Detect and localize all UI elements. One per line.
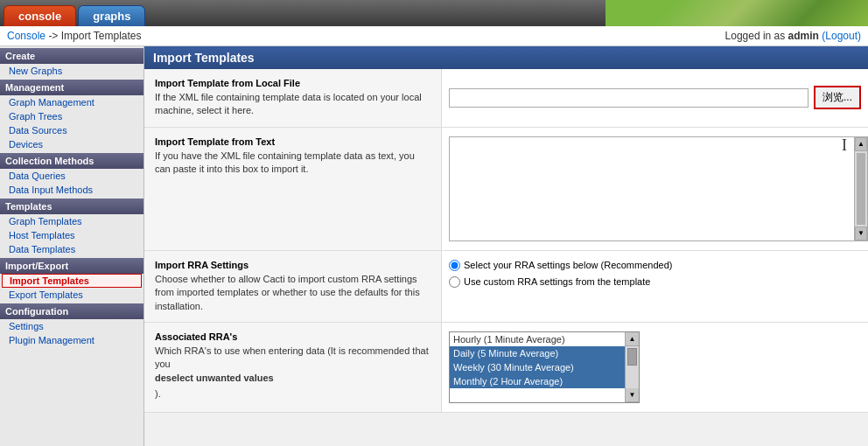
sidebar-header-configuration: Configuration: [0, 303, 144, 319]
sidebar-header-import-export: Import/Export: [0, 258, 144, 274]
sidebar-item-data-templates[interactable]: Data Templates: [0, 242, 144, 256]
browse-button[interactable]: 浏览...: [814, 86, 861, 109]
textarea-scrollbar[interactable]: ▲ ▼: [854, 136, 868, 241]
radio-custom-label: Use custom RRA settings from the templat…: [464, 276, 650, 287]
auth-username: admin: [788, 30, 819, 42]
local-file-label: Import Template from Local File: [155, 78, 430, 88]
associated-rra-label-col: Associated RRA's Which RRA's to use when…: [144, 323, 442, 412]
template-text-input[interactable]: [449, 136, 854, 241]
main-layout: Create New Graphs Management Graph Manag…: [0, 46, 868, 446]
from-text-row: Import Template from Text If you have th…: [144, 128, 868, 251]
rra-radio-custom[interactable]: Use custom RRA settings from the templat…: [449, 276, 650, 288]
breadcrumb-separator: ->: [48, 30, 60, 42]
top-navigation: console graphs: [0, 0, 868, 26]
textarea-wrapper: ▲ ▼: [449, 136, 868, 241]
page-title: Import Templates: [153, 51, 255, 65]
sidebar-item-host-templates[interactable]: Host Templates: [0, 228, 144, 242]
rra-settings-row: Import RRA Settings Choose whether to al…: [144, 251, 868, 323]
sidebar-header-collection-methods: Collection Methods: [0, 153, 144, 169]
console-tab-label: console: [18, 10, 61, 23]
list-scroll-thumb[interactable]: [627, 348, 637, 366]
rra-list-scrollbar[interactable]: ▲ ▼: [625, 332, 639, 402]
associated-rra-control-col: Hourly (1 Minute Average) Daily (5 Minut…: [442, 323, 868, 412]
local-file-row: Import Template from Local File If the X…: [144, 69, 868, 128]
tab-console[interactable]: console: [4, 5, 76, 26]
rra-settings-description: Choose whether to allow Cacti to import …: [155, 273, 430, 313]
local-file-description: If the XML file containing template data…: [155, 91, 430, 118]
breadcrumb: Console -> Import Templates: [7, 30, 142, 42]
sidebar-header-management: Management: [0, 80, 144, 95]
sidebar-header-templates: Templates: [0, 199, 144, 214]
rra-option-monthly[interactable]: Monthly (2 Hour Average): [450, 374, 625, 388]
rra-list-wrapper: Hourly (1 Minute Average) Daily (5 Minut…: [449, 331, 640, 403]
list-scroll-down[interactable]: ▼: [626, 388, 639, 402]
radio-recommended-label: Select your RRA settings below (Recommen…: [464, 260, 672, 270]
breadcrumb-console-link[interactable]: Console: [7, 30, 46, 42]
list-scroll-track: [626, 346, 639, 388]
scroll-down-arrow[interactable]: ▼: [855, 226, 867, 240]
sidebar-item-data-sources[interactable]: Data Sources: [0, 123, 144, 137]
from-text-control-col: ▲ ▼ I: [442, 128, 868, 250]
breadcrumb-current: Import Templates: [61, 30, 142, 42]
local-file-label-col: Import Template from Local File If the X…: [144, 69, 442, 127]
breadcrumb-bar: Console -> Import Templates Logged in as…: [0, 26, 868, 46]
rra-settings-label: Import RRA Settings: [155, 260, 430, 270]
from-text-description: If you have the XML file containing temp…: [155, 150, 430, 177]
sidebar-item-data-input-methods[interactable]: Data Input Methods: [0, 183, 144, 197]
sidebar-item-plugin-management[interactable]: Plugin Management: [0, 333, 144, 347]
cursor-indicator: I: [842, 136, 847, 155]
content-body: Import Template from Local File If the X…: [144, 69, 868, 413]
sidebar-item-devices[interactable]: Devices: [0, 137, 144, 151]
list-scroll-up[interactable]: ▲: [626, 332, 639, 346]
sidebar-item-import-templates[interactable]: Import Templates: [2, 274, 142, 288]
content-area: Import Templates Import Template from Lo…: [144, 46, 868, 446]
sidebar-item-export-templates[interactable]: Export Templates: [0, 288, 144, 302]
from-text-label: Import Template from Text: [155, 136, 430, 147]
associated-rra-description: Which RRA's to use when entering data (I…: [155, 345, 430, 401]
local-file-control-col: 浏览...: [442, 69, 868, 127]
sidebar-header-create: Create: [0, 48, 144, 64]
scroll-thumb[interactable]: [857, 153, 865, 225]
sidebar: Create New Graphs Management Graph Manag…: [0, 46, 144, 446]
rra-option-hourly[interactable]: Hourly (1 Minute Average): [450, 332, 625, 346]
associated-rra-row: Associated RRA's Which RRA's to use when…: [144, 323, 868, 413]
radio-recommended[interactable]: [449, 260, 460, 271]
content-header: Import Templates: [144, 46, 868, 69]
rra-listbox[interactable]: Hourly (1 Minute Average) Daily (5 Minut…: [450, 332, 625, 402]
file-path-input[interactable]: [449, 88, 808, 108]
rra-option-weekly[interactable]: Weekly (30 Minute Average): [450, 360, 625, 374]
rra-option-daily[interactable]: Daily (5 Minute Average): [450, 346, 625, 360]
associated-rra-label: Associated RRA's: [155, 331, 430, 342]
rra-settings-control-col: Select your RRA settings below (Recommen…: [442, 251, 868, 322]
from-text-label-col: Import Template from Text If you have th…: [144, 128, 442, 250]
graphs-tab-label: graphs: [93, 10, 130, 23]
tab-graphs[interactable]: graphs: [78, 5, 145, 26]
radio-custom[interactable]: [449, 276, 460, 288]
logout-link[interactable]: (Logout): [822, 30, 861, 42]
scroll-up-arrow[interactable]: ▲: [855, 137, 867, 151]
sidebar-item-graph-trees[interactable]: Graph Trees: [0, 109, 144, 123]
sidebar-item-new-graphs[interactable]: New Graphs: [0, 64, 144, 78]
sidebar-item-graph-management[interactable]: Graph Management: [0, 95, 144, 109]
sidebar-item-settings[interactable]: Settings: [0, 319, 144, 333]
logged-in-text: Logged in as: [725, 30, 786, 42]
sidebar-item-graph-templates[interactable]: Graph Templates: [0, 214, 144, 228]
rra-settings-label-col: Import RRA Settings Choose whether to al…: [144, 251, 442, 322]
sidebar-item-data-queries[interactable]: Data Queries: [0, 169, 144, 183]
rra-radio-recommended[interactable]: Select your RRA settings below (Recommen…: [449, 260, 672, 271]
auth-status: Logged in as admin (Logout): [725, 30, 861, 42]
